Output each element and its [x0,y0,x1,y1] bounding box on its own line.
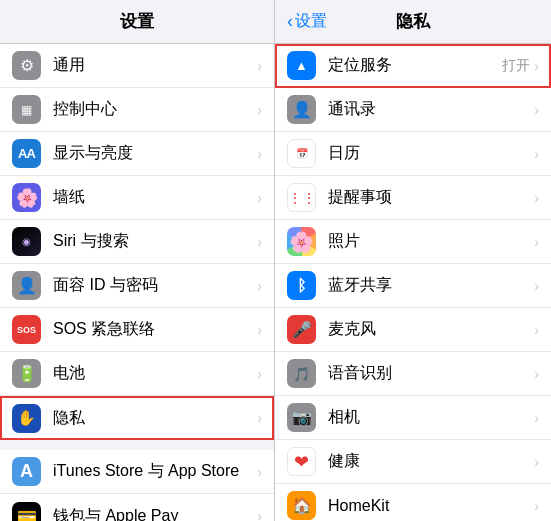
faceid-icon: 👤 [12,271,41,300]
wallpaper-icon: 🌸 [12,183,41,212]
settings-item-wallet[interactable]: 💳 钱包与 Apple Pay › [0,494,274,521]
privacy-item-speech[interactable]: 🎵 语音识别 › [275,352,551,396]
camera-icon: 📷 [287,403,316,432]
back-button[interactable]: ‹ 设置 [287,11,327,32]
speech-chevron: › [534,366,539,382]
itunes-label: iTunes Store 与 App Store [53,461,253,482]
wallpaper-label: 墙纸 [53,187,253,208]
bluetooth-icon: ᛒ [287,271,316,300]
left-panel: 设置 ⚙ 通用 › ▦ 控制中心 › AA 显示与亮度 › 🌸 墙纸 › [0,0,275,521]
privacy-item-homekit[interactable]: 🏠 HomeKit › [275,484,551,521]
privacy-chevron: › [257,410,262,426]
general-label: 通用 [53,55,253,76]
itunes-icon: A [12,457,41,486]
settings-item-itunes[interactable]: A iTunes Store 与 App Store › [0,450,274,494]
location-label: 定位服务 [328,55,502,76]
settings-item-faceid[interactable]: 👤 面容 ID 与密码 › [0,264,274,308]
contacts-label: 通讯录 [328,99,534,120]
microphone-label: 麦克风 [328,319,534,340]
faceid-chevron: › [257,278,262,294]
control-label: 控制中心 [53,99,253,120]
wallet-chevron: › [257,508,262,521]
battery-chevron: › [257,366,262,382]
settings-item-general[interactable]: ⚙ 通用 › [0,44,274,88]
contacts-icon: 👤 [287,95,316,124]
siri-label: Siri 与搜索 [53,231,253,252]
reminders-icon: ⋮⋮ [287,183,316,212]
itunes-chevron: › [257,464,262,480]
health-chevron: › [534,454,539,470]
display-label: 显示与亮度 [53,143,253,164]
settings-list: ⚙ 通用 › ▦ 控制中心 › AA 显示与亮度 › 🌸 墙纸 › ◉ Sir [0,44,274,521]
wallet-label: 钱包与 Apple Pay [53,506,253,522]
settings-item-sos[interactable]: SOS SOS 紧急联络 › [0,308,274,352]
privacy-item-camera[interactable]: 📷 相机 › [275,396,551,440]
display-icon: AA [12,139,41,168]
contacts-chevron: › [534,102,539,118]
back-chevron-icon: ‹ [287,11,293,32]
settings-item-control[interactable]: ▦ 控制中心 › [0,88,274,132]
privacy-item-microphone[interactable]: 🎤 麦克风 › [275,308,551,352]
homekit-icon: 🏠 [287,491,316,520]
settings-item-siri[interactable]: ◉ Siri 与搜索 › [0,220,274,264]
bluetooth-label: 蓝牙共享 [328,275,534,296]
calendar-label: 日历 [328,143,534,164]
camera-chevron: › [534,410,539,426]
right-header: ‹ 设置 隐私 [275,0,551,44]
privacy-item-reminders[interactable]: ⋮⋮ 提醒事项 › [275,176,551,220]
right-title: 隐私 [396,10,430,33]
privacy-list: ▲ 定位服务 打开 › 👤 通讯录 › 📅 日历 › ⋮⋮ [275,44,551,521]
camera-label: 相机 [328,407,534,428]
microphone-icon: 🎤 [287,315,316,344]
battery-icon: 🔋 [12,359,41,388]
privacy-icon: ✋ [12,404,41,433]
microphone-chevron: › [534,322,539,338]
sos-icon: SOS [12,315,41,344]
privacy-label: 隐私 [53,408,253,429]
speech-label: 语音识别 [328,363,534,384]
settings-group-1: ⚙ 通用 › ▦ 控制中心 › AA 显示与亮度 › 🌸 墙纸 › ◉ Sir [0,44,274,440]
settings-item-battery[interactable]: 🔋 电池 › [0,352,274,396]
privacy-item-contacts[interactable]: 👤 通讯录 › [275,88,551,132]
siri-chevron: › [257,234,262,250]
back-label: 设置 [295,11,327,32]
settings-group-2: A iTunes Store 与 App Store › 💳 钱包与 Apple… [0,450,274,521]
health-icon: ❤ [287,447,316,476]
section-gap-1 [0,440,274,450]
photos-icon: 🌸 [287,227,316,256]
right-panel: ‹ 设置 隐私 ▲ 定位服务 打开 › 👤 通讯录 › 📅 日历 [275,0,551,521]
location-icon: ▲ [287,51,316,80]
photos-label: 照片 [328,231,534,252]
settings-item-wallpaper[interactable]: 🌸 墙纸 › [0,176,274,220]
location-chevron: › [534,58,539,74]
reminders-chevron: › [534,190,539,206]
health-label: 健康 [328,451,534,472]
wallpaper-chevron: › [257,190,262,206]
calendar-chevron: › [534,146,539,162]
siri-icon: ◉ [12,227,41,256]
speech-icon: 🎵 [287,359,316,388]
homekit-label: HomeKit [328,497,534,515]
bluetooth-chevron: › [534,278,539,294]
settings-item-privacy[interactable]: ✋ 隐私 › [0,396,274,440]
battery-label: 电池 [53,363,253,384]
calendar-icon: 📅 [287,139,316,168]
photos-chevron: › [534,234,539,250]
general-chevron: › [257,58,262,74]
left-title: 设置 [120,10,154,33]
control-icon: ▦ [12,95,41,124]
settings-item-display[interactable]: AA 显示与亮度 › [0,132,274,176]
location-status: 打开 [502,57,530,75]
privacy-item-bluetooth[interactable]: ᛒ 蓝牙共享 › [275,264,551,308]
privacy-item-calendar[interactable]: 📅 日历 › [275,132,551,176]
privacy-section-1: ▲ 定位服务 打开 › 👤 通讯录 › 📅 日历 › ⋮⋮ [275,44,551,521]
sos-chevron: › [257,322,262,338]
privacy-item-health[interactable]: ❤ 健康 › [275,440,551,484]
faceid-label: 面容 ID 与密码 [53,275,253,296]
control-chevron: › [257,102,262,118]
general-icon: ⚙ [12,51,41,80]
left-header: 设置 [0,0,274,44]
privacy-item-photos[interactable]: 🌸 照片 › [275,220,551,264]
homekit-chevron: › [534,498,539,514]
privacy-item-location[interactable]: ▲ 定位服务 打开 › [275,44,551,88]
